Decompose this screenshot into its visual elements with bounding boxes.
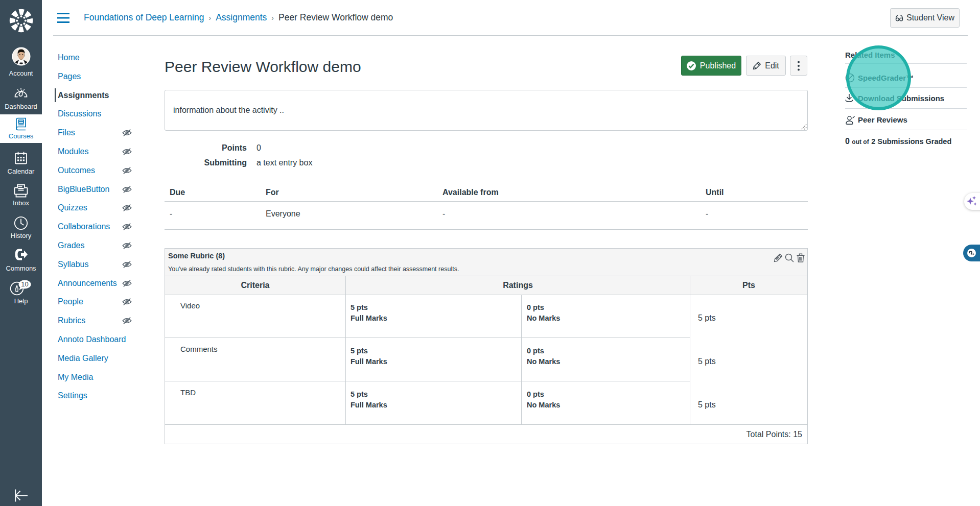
- svg-text:10: 10: [21, 280, 28, 288]
